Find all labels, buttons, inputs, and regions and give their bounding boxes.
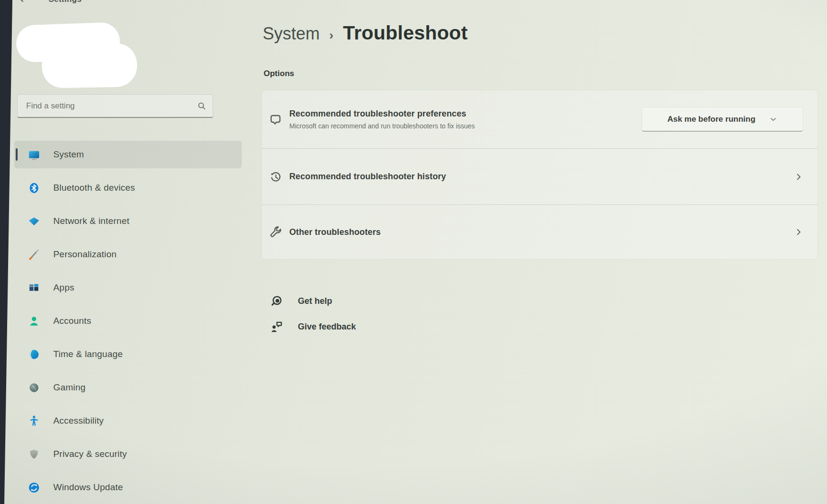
accessibility-icon	[28, 415, 40, 427]
redaction-blob	[41, 43, 138, 88]
sidebar-item-bluetooth-devices[interactable]: Bluetooth & devices	[14, 174, 242, 202]
history-icon	[268, 170, 283, 184]
search-icon	[197, 101, 207, 111]
sidebar-item-system[interactable]: System	[14, 141, 242, 168]
sidebar-item-label: Accessibility	[53, 416, 104, 426]
breadcrumb-system[interactable]: System	[263, 24, 320, 44]
sidebar-item-accessibility[interactable]: Accessibility	[14, 407, 242, 435]
sidebar-nav: System Bluetooth & devices Network & int…	[14, 141, 242, 504]
sidebar-item-apps[interactable]: Apps	[14, 274, 242, 301]
back-button[interactable]	[18, 0, 30, 5]
back-arrow-icon	[18, 0, 30, 5]
sidebar-item-label: Time & language	[53, 349, 123, 359]
card-text-block: Recommended troubleshooter history	[289, 172, 446, 182]
selection-indicator	[16, 148, 18, 161]
comment-icon	[268, 112, 283, 126]
breadcrumb-separator-icon: ›	[329, 28, 334, 43]
card-title: Recommended troubleshooter history	[289, 172, 446, 182]
sidebar-item-windows-update[interactable]: Windows Update	[14, 474, 242, 501]
screen-bezel	[0, 0, 14, 504]
sidebar-item-label: Bluetooth & devices	[53, 183, 135, 193]
card-text-block: Other troubleshooters	[289, 227, 381, 237]
link-label: Get help	[298, 296, 332, 306]
settings-window: Settings System Bluetooth & devices	[0, 0, 827, 504]
bluetooth-icon	[28, 182, 40, 194]
personalization-icon	[28, 248, 40, 261]
time-language-icon	[28, 348, 40, 361]
card-recommended-troubleshooter-history[interactable]: Recommended troubleshooter history	[262, 148, 817, 204]
sidebar-item-accounts[interactable]: Accounts	[14, 307, 242, 335]
sidebar-item-label: Privacy & security	[53, 449, 127, 459]
dropdown-selected-value: Ask me before running	[667, 115, 755, 124]
sidebar-item-label: Network & internet	[53, 216, 129, 226]
options-card-group: Recommended troubleshooter preferences M…	[262, 90, 817, 259]
card-title: Recommended troubleshooter preferences	[289, 109, 475, 119]
card-text-block: Recommended troubleshooter preferences M…	[289, 109, 475, 130]
link-label: Give feedback	[298, 322, 356, 332]
sidebar-item-label: Personalization	[53, 249, 117, 260]
sidebar-item-time-language[interactable]: Time & language	[14, 340, 242, 368]
sidebar-item-label: Windows Update	[53, 482, 123, 493]
page-title: Troubleshoot	[343, 22, 468, 44]
card-subtitle: Microsoft can recommend and run troubles…	[289, 122, 475, 130]
card-other-troubleshooters[interactable]: Other troubleshooters	[262, 204, 817, 259]
sidebar-item-personalization[interactable]: Personalization	[14, 241, 242, 268]
apps-icon	[28, 281, 40, 294]
get-help-link[interactable]: Get help	[269, 293, 356, 309]
options-section-label: Options	[264, 69, 294, 78]
gaming-icon	[28, 381, 40, 394]
chevron-right-icon	[794, 227, 803, 237]
chevron-right-icon	[794, 172, 803, 182]
feedback-icon	[269, 320, 284, 334]
card-title: Other troubleshooters	[289, 227, 381, 237]
sidebar-item-label: Accounts	[53, 316, 91, 326]
accounts-icon	[28, 315, 40, 328]
preferences-dropdown[interactable]: Ask me before running	[641, 107, 803, 132]
system-icon	[28, 148, 40, 161]
sidebar-item-privacy-security[interactable]: Privacy & security	[14, 440, 242, 468]
sidebar-item-gaming[interactable]: Gaming	[14, 374, 242, 401]
titlebar: Settings	[18, 0, 81, 5]
sidebar-item-label: System	[53, 149, 84, 160]
search-input[interactable]	[25, 101, 197, 111]
sidebar-item-label: Gaming	[53, 382, 86, 393]
privacy-shield-icon	[28, 448, 40, 461]
windows-update-icon	[28, 481, 40, 494]
give-feedback-link[interactable]: Give feedback	[269, 319, 356, 335]
network-icon	[28, 215, 40, 228]
wrench-icon	[268, 225, 283, 239]
get-help-icon	[269, 294, 284, 308]
breadcrumb: System › Troubleshoot	[263, 22, 468, 44]
window-title: Settings	[49, 0, 81, 4]
footer-links: Get help Give feedback	[269, 293, 356, 344]
sidebar-item-label: Apps	[53, 282, 74, 293]
sidebar-item-network-internet[interactable]: Network & internet	[14, 207, 242, 235]
chevron-down-icon	[769, 115, 778, 124]
card-recommended-troubleshooter-preferences: Recommended troubleshooter preferences M…	[262, 90, 817, 148]
search-box[interactable]	[17, 94, 213, 118]
